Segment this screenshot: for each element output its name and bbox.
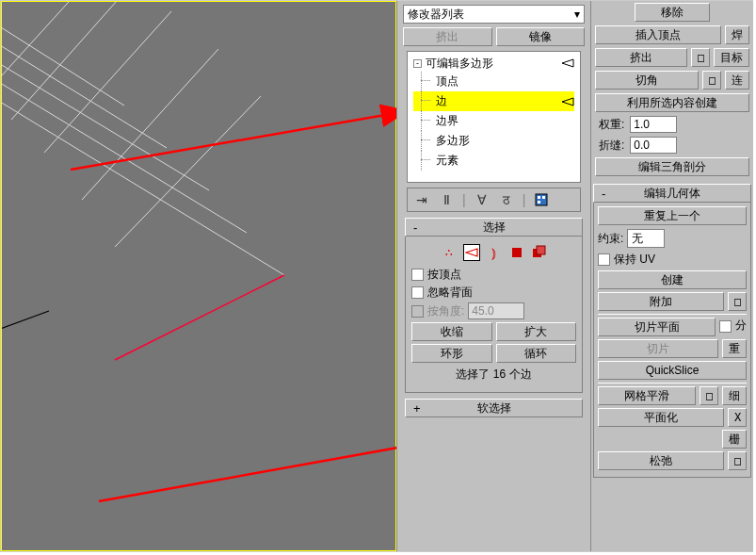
- by-angle-checkbox[interactable]: [411, 305, 424, 318]
- ignore-backfacing-checkbox[interactable]: [411, 286, 424, 299]
- split-checkbox[interactable]: [719, 320, 732, 333]
- relax-button[interactable]: 松弛: [598, 451, 724, 470]
- svg-line-7: [44, 11, 171, 153]
- element-icon[interactable]: [531, 244, 548, 261]
- minus-icon: -: [413, 220, 417, 237]
- pin-stack-icon[interactable]: ⇥: [413, 191, 430, 208]
- polygon-icon[interactable]: [508, 244, 525, 261]
- weld-button[interactable]: 焊: [725, 25, 749, 44]
- create-button[interactable]: 创建: [598, 270, 747, 289]
- subobj-edge[interactable]: 边: [413, 91, 574, 111]
- reset-plane-button[interactable]: 重: [722, 339, 747, 358]
- svg-line-3: [2, 35, 167, 148]
- svg-line-10: [2, 311, 49, 332]
- subobj-element[interactable]: 元素: [413, 151, 574, 171]
- edit-tri-button[interactable]: 编辑三角剖分: [595, 157, 749, 176]
- subobj-vertex[interactable]: 顶点: [413, 72, 574, 91]
- collapse-icon[interactable]: -: [413, 59, 422, 68]
- selection-rollout: - 选择 ∴ ⦆ 按顶点 忽略背面 按角度:: [405, 218, 583, 393]
- svg-rect-21: [512, 248, 522, 257]
- modifier-stack[interactable]: - 可编辑多边形 顶点 边 边界 多边形 元素: [407, 51, 581, 183]
- crease-spinner[interactable]: 0.0: [630, 137, 677, 154]
- svg-rect-18: [542, 196, 545, 199]
- chamfer-settings-button[interactable]: □: [702, 71, 721, 90]
- create-shape-button[interactable]: 利用所选内容创建: [595, 93, 749, 112]
- make-unique-icon[interactable]: ∀: [474, 191, 491, 208]
- svg-marker-14: [562, 59, 573, 67]
- relax-settings-button[interactable]: □: [728, 451, 747, 470]
- extrude-button[interactable]: 挤出: [595, 48, 687, 67]
- constraint-dropdown[interactable]: 无: [627, 229, 665, 248]
- svg-line-5: [2, 2, 77, 96]
- show-end-icon[interactable]: Ⅱ: [438, 191, 455, 208]
- svg-line-0: [2, 91, 284, 275]
- edit-edges-rollout: 移除 插入顶点 焊 挤出 □ 目标 切角 □ 连 利用所选内容创建 权重: 1.…: [591, 1, 753, 551]
- msmooth-settings-button[interactable]: □: [700, 386, 718, 405]
- edge-icon[interactable]: [463, 244, 480, 261]
- attach-button[interactable]: 附加: [598, 292, 724, 311]
- quickslice-button[interactable]: QuickSlice: [598, 361, 747, 380]
- vertex-icon[interactable]: ∴: [441, 244, 458, 261]
- subobj-border[interactable]: 边界: [413, 111, 574, 131]
- selected-edge: [115, 275, 284, 360]
- selection-info: 选择了 16 个边: [411, 367, 576, 383]
- mirror-set-button[interactable]: 镜像: [496, 27, 586, 46]
- minus-icon: -: [602, 186, 605, 203]
- ring-button[interactable]: 环形: [411, 344, 492, 363]
- svg-rect-19: [538, 201, 540, 204]
- border-icon[interactable]: ⦆: [486, 244, 503, 261]
- triangle-icon: [561, 97, 574, 106]
- subobj-polygon[interactable]: 多边形: [413, 131, 574, 151]
- tessellate-button[interactable]: 细: [722, 386, 747, 405]
- angle-spinner[interactable]: 45.0: [468, 302, 524, 319]
- extrude-settings-button[interactable]: □: [691, 48, 710, 67]
- modifier-list-label: 修改器列表: [408, 7, 464, 23]
- make-planar-button[interactable]: 平面化: [598, 408, 724, 427]
- chamfer-button[interactable]: 切角: [595, 71, 699, 90]
- grow-button[interactable]: 扩大: [496, 322, 577, 341]
- modifier-root-label: 可编辑多边形: [426, 56, 493, 72]
- extrude-set-button[interactable]: 挤出: [403, 27, 492, 46]
- msmooth-button[interactable]: 网格平滑: [598, 386, 696, 405]
- slice-plane-button[interactable]: 切片平面: [598, 318, 716, 336]
- viewport-perspective[interactable]: [1, 1, 396, 551]
- chevron-down-icon: ▾: [574, 8, 580, 21]
- soft-selection-rollout: + 软选择: [405, 399, 583, 417]
- by-vertex-checkbox[interactable]: [411, 269, 424, 281]
- grid-plane: [2, 2, 397, 552]
- preserve-uv-checkbox[interactable]: [598, 253, 610, 266]
- soft-selection-header[interactable]: + 软选择: [405, 399, 583, 417]
- svg-marker-15: [562, 98, 573, 106]
- plus-icon: +: [413, 400, 421, 417]
- repeat-last-button[interactable]: 重复上一个: [598, 206, 747, 225]
- edit-geometry-header[interactable]: - 编辑几何体: [593, 184, 751, 203]
- target-weld-button[interactable]: 目标: [714, 48, 749, 67]
- modifier-list-dropdown[interactable]: 修改器列表 ▾: [403, 5, 585, 24]
- weight-spinner[interactable]: 1.0: [630, 116, 677, 133]
- shrink-button[interactable]: 收缩: [411, 322, 492, 341]
- remove-button[interactable]: 移除: [635, 3, 710, 22]
- loop-button[interactable]: 循环: [496, 344, 577, 363]
- view-align-button[interactable]: 栅: [722, 430, 747, 449]
- modifier-stack-toolbar: ⇥ Ⅱ | ∀ ठ |: [407, 188, 581, 212]
- attach-settings-button[interactable]: □: [728, 292, 747, 311]
- insert-vertex-button[interactable]: 插入顶点: [595, 25, 721, 44]
- selection-rollout-header[interactable]: - 选择: [405, 218, 583, 237]
- svg-rect-23: [537, 246, 545, 254]
- svg-line-6: [11, 2, 124, 120]
- command-panel-modify: 修改器列表 ▾ 挤出 镜像 - 可编辑多边形 顶点 边 边界 多边形 元素 ⇥ …: [396, 1, 591, 551]
- configure-sets-icon[interactable]: [533, 191, 550, 208]
- svg-rect-16: [536, 194, 547, 205]
- connect-button[interactable]: 连: [725, 71, 749, 90]
- svg-line-8: [82, 49, 218, 200]
- svg-line-9: [115, 96, 261, 247]
- planar-x-button[interactable]: X: [728, 408, 747, 427]
- triangle-icon: [561, 57, 574, 71]
- svg-rect-17: [538, 196, 540, 199]
- slice-button[interactable]: 切片: [598, 339, 718, 358]
- remove-modifier-icon[interactable]: ठ: [498, 191, 515, 208]
- svg-marker-20: [466, 249, 477, 256]
